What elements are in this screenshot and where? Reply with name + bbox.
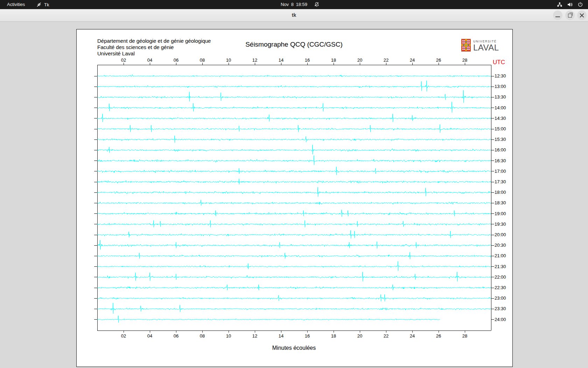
utc-time-label: 20:30 bbox=[495, 243, 506, 248]
x-tick-label-top: 22 bbox=[384, 57, 388, 63]
window-title: tk bbox=[0, 9, 588, 21]
x-tick-label-top: 24 bbox=[410, 57, 415, 63]
x-tick-label-bottom: 14 bbox=[279, 333, 284, 339]
utc-time-label: 14:30 bbox=[495, 116, 506, 121]
utc-time-label: 17:00 bbox=[495, 169, 506, 174]
seismogram-trace bbox=[97, 145, 491, 154]
seismogram-trace bbox=[97, 167, 491, 175]
close-button[interactable] bbox=[577, 11, 587, 20]
desktop: Activities Tk Nov 8 18:59 bbox=[0, 0, 588, 368]
x-tick-label-bottom: 28 bbox=[462, 333, 467, 339]
utc-time-label: 19:00 bbox=[495, 211, 506, 216]
x-tick-label-bottom: 08 bbox=[200, 333, 205, 339]
seismogram-plot bbox=[77, 29, 512, 367]
x-tick-label-top: 14 bbox=[279, 57, 284, 63]
x-tick-label-bottom: 02 bbox=[121, 333, 126, 339]
utc-time-label: 17:30 bbox=[495, 179, 506, 184]
seismogram-trace bbox=[97, 220, 491, 227]
seismogram-trace bbox=[97, 75, 491, 77]
utc-time-label: 22:30 bbox=[495, 285, 506, 290]
utc-time-label: 21:00 bbox=[495, 253, 506, 258]
seismogram-trace bbox=[97, 272, 491, 281]
maximize-button[interactable] bbox=[565, 11, 575, 20]
utc-time-label: 23:30 bbox=[495, 306, 506, 311]
x-tick-label-bottom: 04 bbox=[147, 333, 152, 339]
utc-time-label: 18:30 bbox=[495, 200, 506, 205]
gnome-top-bar: Activities Tk Nov 8 18:59 bbox=[0, 0, 588, 9]
x-axis-title: Minutes écoulées bbox=[272, 345, 316, 351]
x-tick-label-top: 18 bbox=[331, 57, 336, 63]
utc-time-label: 14:00 bbox=[495, 105, 506, 110]
x-tick-label-top: 26 bbox=[436, 57, 441, 63]
seismogram-trace bbox=[97, 316, 440, 323]
x-tick-label-bottom: 12 bbox=[252, 333, 257, 339]
x-tick-label-top: 06 bbox=[174, 57, 178, 63]
utc-time-label: 24:00 bbox=[495, 317, 506, 322]
network-wired-icon bbox=[557, 2, 562, 7]
x-tick-label-bottom: 26 bbox=[436, 333, 441, 339]
seismogram-trace bbox=[97, 90, 491, 103]
seismogram-trace bbox=[97, 210, 491, 217]
x-tick-label-bottom: 18 bbox=[331, 333, 336, 339]
tk-feather-icon bbox=[36, 2, 42, 7]
utc-time-label: 16:30 bbox=[495, 158, 506, 163]
seismogram-trace bbox=[97, 230, 491, 238]
seismogram-trace bbox=[97, 179, 491, 184]
seismogram-trace bbox=[97, 303, 491, 314]
system-status-area[interactable] bbox=[557, 0, 583, 9]
minimize-button[interactable] bbox=[553, 11, 562, 20]
utc-time-label: 16:00 bbox=[495, 147, 506, 152]
app-indicator[interactable]: Tk bbox=[36, 0, 49, 9]
seismogram-trace bbox=[97, 156, 491, 165]
x-tick-label-bottom: 22 bbox=[384, 333, 388, 339]
seismogram-trace bbox=[97, 200, 491, 205]
activities-button[interactable]: Activities bbox=[4, 0, 28, 9]
seismograph-canvas: Département de géologie et de génie géol… bbox=[76, 29, 513, 367]
x-tick-label-top: 12 bbox=[252, 57, 257, 63]
x-tick-label-top: 20 bbox=[357, 57, 362, 63]
seismogram-trace bbox=[97, 81, 491, 91]
seismogram-trace bbox=[97, 261, 491, 271]
x-tick-label-bottom: 20 bbox=[357, 333, 362, 339]
utc-time-label: 12:30 bbox=[495, 73, 506, 79]
utc-time-label: 13:30 bbox=[495, 94, 506, 100]
utc-time-label: 19:30 bbox=[495, 222, 506, 227]
x-tick-label-top: 02 bbox=[121, 57, 126, 63]
x-tick-label-top: 28 bbox=[462, 57, 467, 63]
x-tick-label-top: 08 bbox=[200, 57, 205, 63]
utc-time-label: 23:00 bbox=[495, 295, 506, 301]
x-tick-label-top: 04 bbox=[147, 57, 152, 63]
x-tick-label-bottom: 16 bbox=[305, 333, 310, 339]
power-icon bbox=[578, 2, 583, 7]
volume-icon bbox=[567, 2, 573, 7]
seismogram-trace bbox=[97, 136, 491, 143]
seismogram-trace bbox=[97, 187, 491, 197]
x-tick-label-top: 16 bbox=[305, 57, 310, 63]
x-tick-label-top: 10 bbox=[226, 57, 231, 63]
seismogram-trace bbox=[97, 240, 491, 250]
seismogram-trace bbox=[97, 102, 491, 113]
seismogram-trace bbox=[97, 124, 491, 132]
utc-time-label: 21:30 bbox=[495, 264, 506, 269]
x-tick-label-bottom: 24 bbox=[410, 333, 415, 339]
utc-time-label: 18:00 bbox=[495, 190, 506, 195]
window-title-bar[interactable]: tk bbox=[0, 9, 588, 22]
clock-button[interactable]: Nov 8 18:59 bbox=[281, 0, 307, 9]
seismogram-trace bbox=[97, 294, 491, 301]
seismogram-trace bbox=[97, 114, 491, 122]
seismogram-trace bbox=[97, 285, 491, 290]
app-indicator-label: Tk bbox=[44, 2, 49, 7]
bell-muted-icon bbox=[314, 2, 320, 8]
x-tick-label-bottom: 10 bbox=[226, 333, 231, 339]
utc-time-label: 22:00 bbox=[495, 274, 506, 280]
x-tick-label-bottom: 06 bbox=[174, 333, 178, 339]
utc-time-label: 13:00 bbox=[495, 84, 506, 89]
utc-time-label: 20:00 bbox=[495, 232, 506, 237]
seismogram-trace bbox=[97, 252, 491, 259]
utc-time-label: 15:00 bbox=[495, 126, 506, 131]
utc-time-label: 15:30 bbox=[495, 137, 506, 142]
